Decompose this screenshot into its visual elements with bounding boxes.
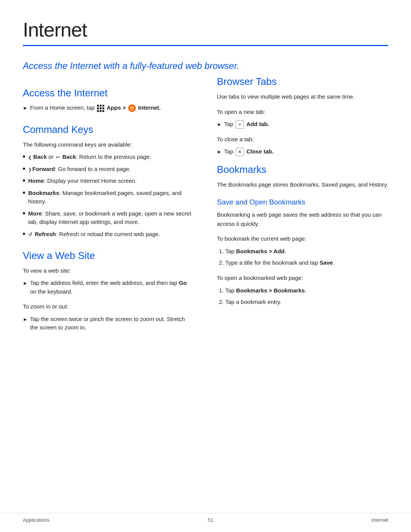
open-bookmark-steps-list: Tap Bookmarks > Bookmarks. Tap a bookmar… xyxy=(217,286,388,307)
arrow-bullet-icon3: ► xyxy=(23,316,28,323)
bookmarks-desc: The Bookmarks page stores Bookmarks, Sav… xyxy=(217,180,388,189)
section-command-keys: Command Keys xyxy=(23,124,194,136)
add-tab-icon: + xyxy=(236,120,244,129)
save-bookmarks-desc: Bookmarking a web page saves the web add… xyxy=(217,210,388,228)
zoom-step-text: Tap the screen twice or pinch the screen… xyxy=(30,315,194,332)
list-item: Type a title for the bookmark and tap Sa… xyxy=(225,258,388,267)
list-item: ↺ Refresh: Refresh or reload the current… xyxy=(23,230,194,239)
footer-right: Internet xyxy=(371,517,388,523)
new-tab-step: ► Tap + Add tab. xyxy=(217,120,388,129)
section-browser-tabs: Browser Tabs xyxy=(217,76,388,88)
list-item: Tap Bookmarks > Bookmarks. xyxy=(225,286,388,295)
bullet-icon xyxy=(23,155,25,158)
list-item: Home: Display your Internet Home screen. xyxy=(23,177,194,185)
bookmark-current-intro: To bookmark the current web page: xyxy=(217,234,388,243)
access-internet-step: ► From a Home screen, tap Apps > @ Inter… xyxy=(23,104,194,112)
list-item: Bookmarks: Manage bookmarked pages, save… xyxy=(23,189,194,206)
arrow-bullet-icon5: ► xyxy=(217,148,222,156)
apps-label: Apps > xyxy=(107,104,126,111)
close-tab-intro: To close a tab: xyxy=(217,135,388,144)
view-web-site-step: ► Tap the address field, enter the web a… xyxy=(23,279,194,296)
command-keys-intro: The following command keys are available… xyxy=(23,140,194,149)
arrow-bullet-icon2: ► xyxy=(23,280,28,287)
list-item: Tap a bookmark entry. xyxy=(225,297,388,306)
left-column: Access the Internet ► From a Home screen… xyxy=(23,76,194,335)
arrow-bullet-icon: ► xyxy=(23,104,28,112)
page-title: Internet xyxy=(23,18,388,41)
bullet-icon xyxy=(23,212,25,214)
bullet-icon xyxy=(23,233,25,235)
footer-center: 51 xyxy=(208,517,213,523)
list-item: ❯Forward: Go forward to a recent page. xyxy=(23,165,194,174)
bullet-icon xyxy=(23,179,25,182)
subsection-save-bookmarks: Save and Open Bookmarks xyxy=(217,198,388,206)
new-tab-intro: To open a new tab: xyxy=(217,107,388,116)
apps-icon xyxy=(97,105,104,112)
internet-app-icon: @ xyxy=(128,104,136,112)
list-item: ❮ Back or ↩ Back: Return to the previous… xyxy=(23,153,194,161)
zoom-intro: To zoom in or out: xyxy=(23,302,194,311)
bullet-icon xyxy=(23,192,25,194)
zoom-step: ► Tap the screen twice or pinch the scre… xyxy=(23,315,194,332)
close-tab-step: ► Tap ✕ Close tab. xyxy=(217,147,388,156)
add-tab-label: Add tab. xyxy=(246,121,269,127)
right-column: Browser Tabs Use tabs to view multiple w… xyxy=(217,76,388,335)
close-tab-label: Close tab. xyxy=(246,148,274,155)
list-item: Tap Bookmarks > Add. xyxy=(225,247,388,256)
browser-tabs-desc: Use tabs to view multiple web pages at t… xyxy=(217,92,388,101)
intro-text: Access the Internet with a fully-feature… xyxy=(23,60,388,72)
view-web-site-intro: To view a web site: xyxy=(23,266,194,275)
internet-label: Internet. xyxy=(138,104,161,111)
open-bookmark-intro: To open a bookmarked web page: xyxy=(217,273,388,282)
title-divider xyxy=(23,45,388,46)
bookmark-steps-list: Tap Bookmarks > Add. Type a title for th… xyxy=(217,247,388,267)
list-item: More: Share, save, or bookmark a web pag… xyxy=(23,209,194,227)
access-internet-text: From a Home screen, tap Apps > @ Interne… xyxy=(30,104,161,112)
close-tab-icon: ✕ xyxy=(236,148,244,156)
section-view-web-site: View a Web Site xyxy=(23,250,194,262)
page-footer: Applications 51 Internet xyxy=(0,513,411,523)
section-access-internet: Access the Internet xyxy=(23,87,194,99)
section-bookmarks: Bookmarks xyxy=(217,164,388,176)
arrow-bullet-icon4: ► xyxy=(217,121,222,128)
footer-left: Applications xyxy=(23,517,49,523)
command-keys-list: ❮ Back or ↩ Back: Return to the previous… xyxy=(23,153,194,238)
bullet-icon xyxy=(23,168,25,170)
